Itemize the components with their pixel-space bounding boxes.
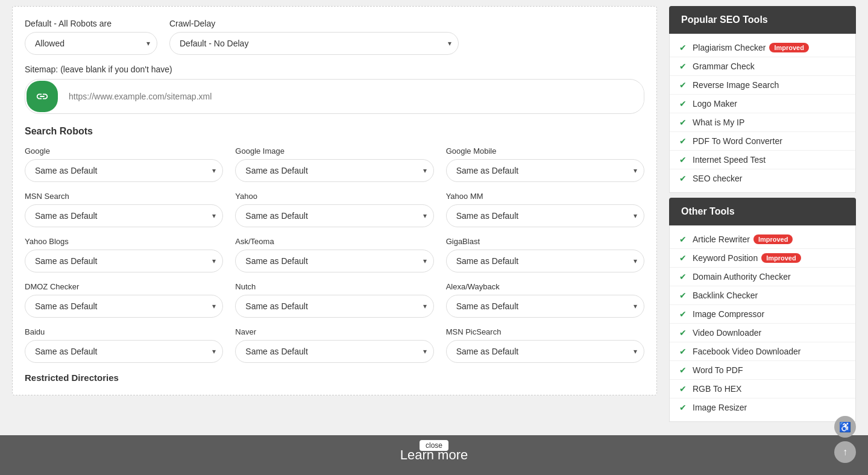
robot-select-14[interactable]: Same as Default bbox=[446, 340, 644, 363]
other-check-icon-6: ✔ bbox=[679, 347, 687, 356]
other-check-icon-3: ✔ bbox=[679, 291, 687, 300]
badge-0: Improved bbox=[769, 43, 809, 52]
sitemap-section: Sitemap: (leave blank if you don't have) bbox=[25, 64, 644, 114]
robot-select-wrapper-4[interactable]: Same as Default ▾ bbox=[235, 204, 433, 227]
robot-field-6: Yahoo Blogs Same as Default ▾ bbox=[25, 237, 223, 272]
robot-select-11[interactable]: Same as Default bbox=[446, 295, 644, 318]
robot-select-wrapper-13[interactable]: Same as Default ▾ bbox=[235, 340, 433, 363]
popular-tool-item-6[interactable]: ✔Internet Speed Test bbox=[670, 151, 855, 169]
robot-label-8: GigaBlast bbox=[446, 237, 644, 246]
other-tool-item-7[interactable]: ✔Word To PDF bbox=[670, 361, 855, 380]
other-tool-label-4: Image Compressor bbox=[693, 309, 764, 319]
other-tool-label-0: Article Rewriter bbox=[693, 234, 750, 244]
default-robots-group: Default - All Robots are Allowed ▾ bbox=[25, 19, 157, 55]
other-tool-item-3[interactable]: ✔Backlink Checker bbox=[670, 286, 855, 305]
check-icon-4: ✔ bbox=[679, 118, 687, 127]
robot-select-0[interactable]: Same as Default bbox=[25, 159, 223, 182]
tool-label-4: What is My IP bbox=[693, 118, 744, 127]
robot-select-wrapper-7[interactable]: Same as Default ▾ bbox=[235, 250, 433, 272]
other-tool-item-9[interactable]: ✔Image Resizer bbox=[670, 398, 855, 417]
sitemap-input[interactable] bbox=[59, 83, 644, 110]
link-icon bbox=[36, 90, 49, 103]
robot-select-wrapper-6[interactable]: Same as Default ▾ bbox=[25, 250, 223, 272]
tool-label-2: Reverse Image Search bbox=[693, 80, 779, 90]
robot-label-1: Google Image bbox=[235, 146, 433, 156]
other-tool-item-1[interactable]: ✔Keyword PositionImproved bbox=[670, 249, 855, 268]
robot-label-0: Google bbox=[25, 146, 223, 156]
other-check-icon-2: ✔ bbox=[679, 272, 687, 282]
robot-field-1: Google Image Same as Default ▾ bbox=[235, 146, 433, 182]
robot-field-12: Baidu Same as Default ▾ bbox=[25, 327, 223, 363]
accessibility-button[interactable]: ♿ bbox=[834, 416, 856, 438]
restricted-title: Restricted Directories bbox=[25, 373, 644, 383]
robot-select-13[interactable]: Same as Default bbox=[235, 340, 433, 363]
check-icon-6: ✔ bbox=[679, 155, 687, 165]
other-tool-item-6[interactable]: ✔Facebook Video Downloader bbox=[670, 342, 855, 361]
default-robots-select[interactable]: Allowed bbox=[25, 32, 157, 55]
robot-select-12[interactable]: Same as Default bbox=[25, 340, 223, 363]
robot-field-11: Alexa/Wayback Same as Default ▾ bbox=[446, 282, 644, 318]
robot-select-4[interactable]: Same as Default bbox=[235, 204, 433, 227]
robot-select-wrapper-3[interactable]: Same as Default ▾ bbox=[25, 204, 223, 227]
other-tool-label-3: Backlink Checker bbox=[693, 291, 758, 300]
robot-select-6[interactable]: Same as Default bbox=[25, 250, 223, 272]
robot-select-7[interactable]: Same as Default bbox=[235, 250, 433, 272]
robot-select-wrapper-9[interactable]: Same as Default ▾ bbox=[25, 295, 223, 318]
robot-select-wrapper-12[interactable]: Same as Default ▾ bbox=[25, 340, 223, 363]
popular-tool-item-5[interactable]: ✔PDF To Word Converter bbox=[670, 132, 855, 151]
scroll-buttons: ♿ ↑ bbox=[834, 416, 856, 463]
other-check-icon-4: ✔ bbox=[679, 309, 687, 319]
sitemap-label: Sitemap: (leave blank if you don't have) bbox=[25, 64, 644, 74]
popular-seo-tools-header: Popular SEO Tools bbox=[669, 6, 856, 34]
other-check-icon-9: ✔ bbox=[679, 403, 687, 412]
robot-select-10[interactable]: Same as Default bbox=[235, 295, 433, 318]
robot-select-5[interactable]: Same as Default bbox=[446, 204, 644, 227]
robot-field-0: Google Same as Default ▾ bbox=[25, 146, 223, 182]
robot-select-3[interactable]: Same as Default bbox=[25, 204, 223, 227]
robot-select-1[interactable]: Same as Default bbox=[235, 159, 433, 182]
other-tools-header: Other Tools bbox=[669, 198, 856, 225]
robot-select-9[interactable]: Same as Default bbox=[25, 295, 223, 318]
crawl-delay-select-wrapper[interactable]: Default - No Delay ▾ bbox=[169, 32, 459, 55]
check-icon-2: ✔ bbox=[679, 80, 687, 90]
robot-field-3: MSN Search Same as Default ▾ bbox=[25, 192, 223, 227]
sitemap-input-row bbox=[25, 79, 644, 114]
check-icon-5: ✔ bbox=[679, 136, 687, 146]
robot-select-wrapper-10[interactable]: Same as Default ▾ bbox=[235, 295, 433, 318]
scroll-up-button[interactable]: ↑ bbox=[834, 441, 856, 463]
other-badge-0: Improved bbox=[753, 234, 793, 244]
popular-tool-item-7[interactable]: ✔SEO checker bbox=[670, 169, 855, 187]
robot-select-wrapper-11[interactable]: Same as Default ▾ bbox=[446, 295, 644, 318]
robot-select-wrapper-2[interactable]: Same as Default ▾ bbox=[446, 159, 644, 182]
other-tool-item-8[interactable]: ✔RGB To HEX bbox=[670, 380, 855, 398]
crawl-delay-select[interactable]: Default - No Delay bbox=[169, 32, 459, 55]
robot-select-wrapper-8[interactable]: Same as Default ▾ bbox=[446, 250, 644, 272]
other-tool-label-9: Image Resizer bbox=[693, 403, 747, 412]
robot-label-12: Baidu bbox=[25, 327, 223, 336]
robots-grid: Google Same as Default ▾ Google Image Sa… bbox=[25, 146, 644, 363]
close-button[interactable]: close bbox=[420, 440, 448, 451]
robot-select-wrapper-14[interactable]: Same as Default ▾ bbox=[446, 340, 644, 363]
popular-tool-item-3[interactable]: ✔Logo Maker bbox=[670, 95, 855, 113]
popular-tool-item-0[interactable]: ✔Plagiarism CheckerImproved bbox=[670, 39, 855, 57]
default-robots-select-wrapper[interactable]: Allowed ▾ bbox=[25, 32, 157, 55]
other-tool-item-2[interactable]: ✔Domain Authority Checker bbox=[670, 268, 855, 286]
robot-select-2[interactable]: Same as Default bbox=[446, 159, 644, 182]
ad-overlay: close Learn more bbox=[0, 435, 868, 475]
robot-select-wrapper-0[interactable]: Same as Default ▾ bbox=[25, 159, 223, 182]
other-tool-item-4[interactable]: ✔Image Compressor bbox=[670, 305, 855, 324]
robot-label-4: Yahoo bbox=[235, 192, 433, 201]
robot-field-4: Yahoo Same as Default ▾ bbox=[235, 192, 433, 227]
robot-select-wrapper-1[interactable]: Same as Default ▾ bbox=[235, 159, 433, 182]
robot-select-wrapper-5[interactable]: Same as Default ▾ bbox=[446, 204, 644, 227]
other-tool-item-0[interactable]: ✔Article RewriterImproved bbox=[670, 230, 855, 249]
other-tool-label-8: RGB To HEX bbox=[693, 384, 741, 394]
other-tool-item-5[interactable]: ✔Video Downloader bbox=[670, 324, 855, 342]
popular-tool-item-4[interactable]: ✔What is My IP bbox=[670, 113, 855, 132]
other-tool-label-7: Word To PDF bbox=[693, 365, 743, 375]
popular-tool-item-1[interactable]: ✔Grammar Check bbox=[670, 57, 855, 76]
popular-tool-item-2[interactable]: ✔Reverse Image Search bbox=[670, 76, 855, 95]
robot-select-8[interactable]: Same as Default bbox=[446, 250, 644, 272]
robot-field-8: GigaBlast Same as Default ▾ bbox=[446, 237, 644, 272]
robot-label-3: MSN Search bbox=[25, 192, 223, 201]
